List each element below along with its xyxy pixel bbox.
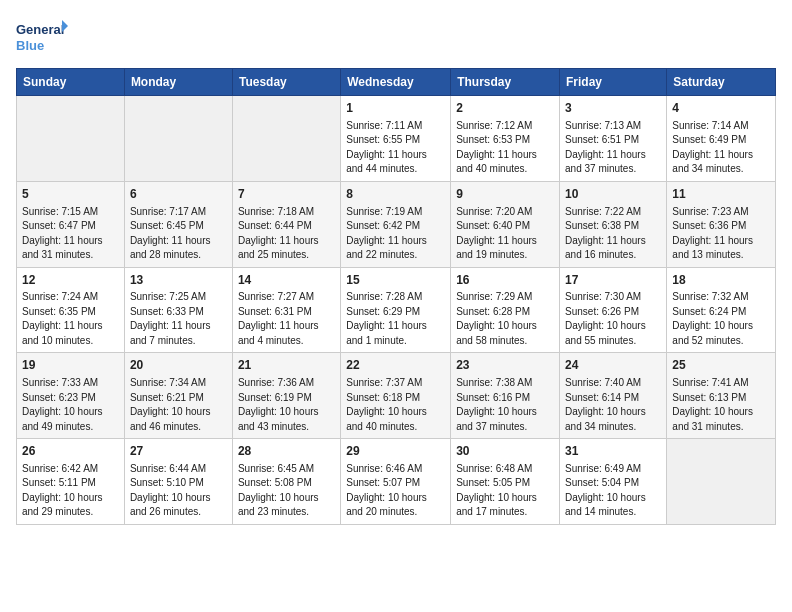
day-info: Sunrise: 6:45 AMSunset: 5:08 PMDaylight:… bbox=[238, 462, 335, 520]
calendar-cell: 7Sunrise: 7:18 AMSunset: 6:44 PMDaylight… bbox=[232, 181, 340, 267]
day-info: Sunrise: 7:40 AMSunset: 6:14 PMDaylight:… bbox=[565, 376, 661, 434]
day-info: Sunrise: 7:11 AMSunset: 6:55 PMDaylight:… bbox=[346, 119, 445, 177]
calendar-cell bbox=[124, 96, 232, 182]
day-info: Sunrise: 7:23 AMSunset: 6:36 PMDaylight:… bbox=[672, 205, 770, 263]
day-number: 22 bbox=[346, 357, 445, 374]
svg-text:General: General bbox=[16, 22, 64, 37]
day-info: Sunrise: 6:49 AMSunset: 5:04 PMDaylight:… bbox=[565, 462, 661, 520]
calendar-cell bbox=[17, 96, 125, 182]
day-info: Sunrise: 6:42 AMSunset: 5:11 PMDaylight:… bbox=[22, 462, 119, 520]
day-number: 16 bbox=[456, 272, 554, 289]
day-number: 14 bbox=[238, 272, 335, 289]
day-number: 24 bbox=[565, 357, 661, 374]
day-number: 2 bbox=[456, 100, 554, 117]
calendar-cell: 19Sunrise: 7:33 AMSunset: 6:23 PMDayligh… bbox=[17, 353, 125, 439]
day-number: 7 bbox=[238, 186, 335, 203]
day-number: 27 bbox=[130, 443, 227, 460]
calendar-cell: 16Sunrise: 7:29 AMSunset: 6:28 PMDayligh… bbox=[451, 267, 560, 353]
calendar-cell: 28Sunrise: 6:45 AMSunset: 5:08 PMDayligh… bbox=[232, 439, 340, 525]
calendar-cell: 24Sunrise: 7:40 AMSunset: 6:14 PMDayligh… bbox=[560, 353, 667, 439]
calendar-cell: 17Sunrise: 7:30 AMSunset: 6:26 PMDayligh… bbox=[560, 267, 667, 353]
calendar-table: SundayMondayTuesdayWednesdayThursdayFrid… bbox=[16, 68, 776, 525]
calendar-cell: 18Sunrise: 7:32 AMSunset: 6:24 PMDayligh… bbox=[667, 267, 776, 353]
calendar-cell: 9Sunrise: 7:20 AMSunset: 6:40 PMDaylight… bbox=[451, 181, 560, 267]
calendar-cell: 14Sunrise: 7:27 AMSunset: 6:31 PMDayligh… bbox=[232, 267, 340, 353]
day-number: 30 bbox=[456, 443, 554, 460]
day-info: Sunrise: 7:24 AMSunset: 6:35 PMDaylight:… bbox=[22, 290, 119, 348]
calendar-cell: 8Sunrise: 7:19 AMSunset: 6:42 PMDaylight… bbox=[341, 181, 451, 267]
day-info: Sunrise: 7:34 AMSunset: 6:21 PMDaylight:… bbox=[130, 376, 227, 434]
day-number: 8 bbox=[346, 186, 445, 203]
week-row-1: 1Sunrise: 7:11 AMSunset: 6:55 PMDaylight… bbox=[17, 96, 776, 182]
calendar-cell: 31Sunrise: 6:49 AMSunset: 5:04 PMDayligh… bbox=[560, 439, 667, 525]
day-info: Sunrise: 7:28 AMSunset: 6:29 PMDaylight:… bbox=[346, 290, 445, 348]
logo-svg: General Blue bbox=[16, 16, 68, 56]
weekday-header-thursday: Thursday bbox=[451, 69, 560, 96]
day-info: Sunrise: 7:17 AMSunset: 6:45 PMDaylight:… bbox=[130, 205, 227, 263]
day-info: Sunrise: 7:32 AMSunset: 6:24 PMDaylight:… bbox=[672, 290, 770, 348]
calendar-cell: 11Sunrise: 7:23 AMSunset: 6:36 PMDayligh… bbox=[667, 181, 776, 267]
day-number: 15 bbox=[346, 272, 445, 289]
day-info: Sunrise: 7:36 AMSunset: 6:19 PMDaylight:… bbox=[238, 376, 335, 434]
day-info: Sunrise: 7:12 AMSunset: 6:53 PMDaylight:… bbox=[456, 119, 554, 177]
day-number: 25 bbox=[672, 357, 770, 374]
day-number: 23 bbox=[456, 357, 554, 374]
day-info: Sunrise: 7:22 AMSunset: 6:38 PMDaylight:… bbox=[565, 205, 661, 263]
day-number: 5 bbox=[22, 186, 119, 203]
calendar-cell: 26Sunrise: 6:42 AMSunset: 5:11 PMDayligh… bbox=[17, 439, 125, 525]
day-info: Sunrise: 7:14 AMSunset: 6:49 PMDaylight:… bbox=[672, 119, 770, 177]
calendar-cell: 1Sunrise: 7:11 AMSunset: 6:55 PMDaylight… bbox=[341, 96, 451, 182]
day-info: Sunrise: 7:38 AMSunset: 6:16 PMDaylight:… bbox=[456, 376, 554, 434]
day-number: 21 bbox=[238, 357, 335, 374]
day-number: 31 bbox=[565, 443, 661, 460]
weekday-header-row: SundayMondayTuesdayWednesdayThursdayFrid… bbox=[17, 69, 776, 96]
day-number: 10 bbox=[565, 186, 661, 203]
calendar-cell: 30Sunrise: 6:48 AMSunset: 5:05 PMDayligh… bbox=[451, 439, 560, 525]
day-info: Sunrise: 7:19 AMSunset: 6:42 PMDaylight:… bbox=[346, 205, 445, 263]
day-number: 26 bbox=[22, 443, 119, 460]
day-number: 18 bbox=[672, 272, 770, 289]
day-info: Sunrise: 6:44 AMSunset: 5:10 PMDaylight:… bbox=[130, 462, 227, 520]
calendar-cell bbox=[232, 96, 340, 182]
calendar-cell: 20Sunrise: 7:34 AMSunset: 6:21 PMDayligh… bbox=[124, 353, 232, 439]
day-info: Sunrise: 6:48 AMSunset: 5:05 PMDaylight:… bbox=[456, 462, 554, 520]
day-number: 9 bbox=[456, 186, 554, 203]
weekday-header-wednesday: Wednesday bbox=[341, 69, 451, 96]
day-number: 19 bbox=[22, 357, 119, 374]
calendar-cell: 12Sunrise: 7:24 AMSunset: 6:35 PMDayligh… bbox=[17, 267, 125, 353]
logo: General Blue bbox=[16, 16, 68, 56]
day-number: 6 bbox=[130, 186, 227, 203]
week-row-5: 26Sunrise: 6:42 AMSunset: 5:11 PMDayligh… bbox=[17, 439, 776, 525]
calendar-cell: 21Sunrise: 7:36 AMSunset: 6:19 PMDayligh… bbox=[232, 353, 340, 439]
day-number: 13 bbox=[130, 272, 227, 289]
svg-marker-2 bbox=[62, 20, 68, 32]
day-info: Sunrise: 7:29 AMSunset: 6:28 PMDaylight:… bbox=[456, 290, 554, 348]
day-info: Sunrise: 7:27 AMSunset: 6:31 PMDaylight:… bbox=[238, 290, 335, 348]
calendar-cell: 6Sunrise: 7:17 AMSunset: 6:45 PMDaylight… bbox=[124, 181, 232, 267]
calendar-cell: 25Sunrise: 7:41 AMSunset: 6:13 PMDayligh… bbox=[667, 353, 776, 439]
day-info: Sunrise: 7:18 AMSunset: 6:44 PMDaylight:… bbox=[238, 205, 335, 263]
calendar-cell: 4Sunrise: 7:14 AMSunset: 6:49 PMDaylight… bbox=[667, 96, 776, 182]
day-info: Sunrise: 7:41 AMSunset: 6:13 PMDaylight:… bbox=[672, 376, 770, 434]
day-info: Sunrise: 7:30 AMSunset: 6:26 PMDaylight:… bbox=[565, 290, 661, 348]
day-number: 4 bbox=[672, 100, 770, 117]
week-row-4: 19Sunrise: 7:33 AMSunset: 6:23 PMDayligh… bbox=[17, 353, 776, 439]
calendar-cell: 2Sunrise: 7:12 AMSunset: 6:53 PMDaylight… bbox=[451, 96, 560, 182]
weekday-header-saturday: Saturday bbox=[667, 69, 776, 96]
week-row-3: 12Sunrise: 7:24 AMSunset: 6:35 PMDayligh… bbox=[17, 267, 776, 353]
day-info: Sunrise: 7:15 AMSunset: 6:47 PMDaylight:… bbox=[22, 205, 119, 263]
day-number: 29 bbox=[346, 443, 445, 460]
weekday-header-tuesday: Tuesday bbox=[232, 69, 340, 96]
day-number: 17 bbox=[565, 272, 661, 289]
calendar-cell: 27Sunrise: 6:44 AMSunset: 5:10 PMDayligh… bbox=[124, 439, 232, 525]
day-info: Sunrise: 7:13 AMSunset: 6:51 PMDaylight:… bbox=[565, 119, 661, 177]
calendar-cell: 5Sunrise: 7:15 AMSunset: 6:47 PMDaylight… bbox=[17, 181, 125, 267]
day-number: 12 bbox=[22, 272, 119, 289]
day-info: Sunrise: 7:37 AMSunset: 6:18 PMDaylight:… bbox=[346, 376, 445, 434]
day-info: Sunrise: 6:46 AMSunset: 5:07 PMDaylight:… bbox=[346, 462, 445, 520]
svg-text:Blue: Blue bbox=[16, 38, 44, 53]
day-number: 11 bbox=[672, 186, 770, 203]
calendar-cell bbox=[667, 439, 776, 525]
calendar-cell: 22Sunrise: 7:37 AMSunset: 6:18 PMDayligh… bbox=[341, 353, 451, 439]
calendar-cell: 23Sunrise: 7:38 AMSunset: 6:16 PMDayligh… bbox=[451, 353, 560, 439]
